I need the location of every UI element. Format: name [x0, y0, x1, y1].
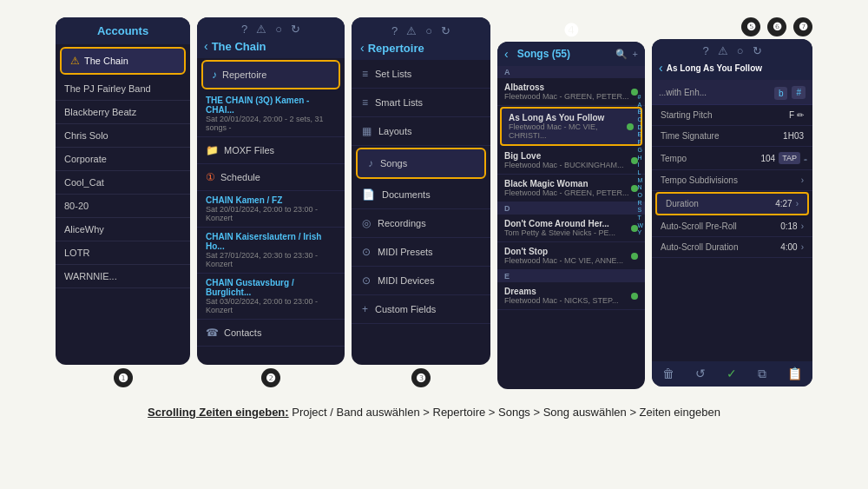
flat-btn[interactable]: b: [774, 84, 788, 100]
accounts-title: Accounts: [56, 17, 190, 44]
song-artist-5: Fleetwood Mac - MC VIE, ANNE...: [504, 256, 623, 265]
customfields-item[interactable]: + Custom Fields: [352, 295, 490, 324]
account-item-8[interactable]: LOTR: [56, 241, 190, 265]
song-dreams[interactable]: Dreams Fleetwood Mac - NICKS, STEP...: [497, 282, 645, 310]
starting-pitch-row: Starting Pitch F ✏: [652, 105, 812, 126]
account-item-7[interactable]: AliceWhy: [56, 218, 190, 241]
badge-1: ❶: [114, 368, 133, 387]
song-dot-5: [631, 253, 638, 260]
songs-header: ‹ Songs (55) 🔍 +: [497, 42, 645, 66]
add-icon[interactable]: +: [633, 49, 638, 59]
event2-title: CHAIN Kamen / FZ: [206, 195, 336, 205]
mididevices-icon: ⊙: [362, 274, 371, 287]
time-sig-row: Time Signature 1H03: [652, 126, 812, 147]
account-item-2[interactable]: Blackberry Beatz: [56, 101, 190, 124]
enharmonic-row: ...with Enh... b #: [652, 80, 812, 105]
account-item-5[interactable]: Cool_Cat: [56, 171, 190, 195]
setlists-label: Set Lists: [375, 69, 411, 79]
event4-title: CHAIN Gustavsburg / Burglicht...: [206, 278, 336, 297]
song-artist-0: Fleetwood Mac - GREEN, PETER...: [504, 92, 629, 101]
header-row-3: ‹ Repertoire: [360, 41, 482, 55]
song-dot-6: [631, 293, 638, 300]
screen2-header: ? ⚠ ○ ↻ ‹ The Chain: [197, 17, 345, 58]
detail-header-row: ‹ As Long As You Follow: [659, 61, 806, 75]
customfields-label: Custom Fields: [375, 304, 436, 314]
song-name-6: Dreams: [504, 287, 618, 296]
warn-icon: ⚠: [70, 55, 80, 67]
badge-6: ❻: [767, 17, 786, 36]
setlists-icon: ≡: [362, 68, 368, 80]
trash-icon[interactable]: 🗑: [662, 367, 674, 381]
hash-btn[interactable]: #: [792, 86, 806, 99]
tempo-sub-label: Tempo Subdivisions: [661, 175, 738, 185]
screen3-title: Repertoire: [368, 42, 424, 55]
screen-accounts: Accounts ⚠ The Chain The PJ Fairley Band…: [56, 17, 190, 365]
song-albatross[interactable]: Albatross Fleetwood Mac - GREEN, PETER..…: [497, 78, 645, 106]
event-1[interactable]: THE CHAIN (3Q) Kamen - CHAI... Sat 20/01…: [197, 91, 345, 137]
back-arrow-4[interactable]: ‹: [504, 47, 509, 61]
letter-index: # A B C D E F G H I L M N O R S T: [637, 94, 643, 236]
badge-4: ❹: [562, 21, 581, 40]
q-icon-3: ?: [391, 24, 398, 37]
back-arrow-2[interactable]: ‹: [204, 39, 208, 53]
screen4-badge-row: ❹: [562, 17, 581, 42]
repertoire-item[interactable]: ♪ Repertoire: [201, 60, 340, 89]
songs-count: Songs (55): [517, 48, 570, 60]
autoscroll-dur-chevron-icon: ›: [801, 242, 804, 252]
midipresets-item[interactable]: ⊙ MIDI Presets: [352, 238, 490, 267]
undo-icon[interactable]: ↺: [695, 367, 706, 381]
event-4[interactable]: CHAIN Gustavsburg / Burglicht... Sat 03/…: [197, 274, 345, 320]
starting-pitch-label: Starting Pitch: [661, 110, 712, 120]
schedule-item[interactable]: ① Schedule: [197, 164, 345, 191]
contacts-item[interactable]: ☎ Contacts: [197, 320, 345, 347]
song-artist-6: Fleetwood Mac - NICKS, STEP...: [504, 296, 618, 305]
song-biglove[interactable]: Big Love Fleetwood Mac - BUCKINGHAM...: [497, 147, 645, 175]
setlists-item[interactable]: ≡ Set Lists: [352, 60, 490, 89]
autoscroll-dur-row[interactable]: Auto-Scroll Duration 4:00 ›: [652, 237, 812, 258]
documents-label: Documents: [382, 189, 431, 200]
copy-icon[interactable]: ⧉: [758, 367, 766, 381]
recordings-label: Recordings: [378, 218, 426, 228]
account-item-9[interactable]: WARNNIE...: [56, 265, 190, 288]
song-artist-1: Fleetwood Mac - MC VIE, CHRISTI...: [509, 122, 627, 140]
smartlists-item[interactable]: ≡ Smart Lists: [352, 89, 490, 117]
moxf-item[interactable]: 📁 MOXF Files: [197, 137, 345, 164]
song-blackmagic[interactable]: Black Magic Woman Fleetwood Mac - GREEN,…: [497, 175, 645, 202]
recordings-item[interactable]: ◎ Recordings: [352, 209, 490, 238]
autoscroll-row[interactable]: Auto-Scroll Pre-Roll 0:18 ›: [652, 216, 812, 237]
tap-button[interactable]: TAP: [779, 152, 800, 164]
refresh-icon-3: ↻: [441, 24, 450, 37]
warn-icon-5: ⚠: [718, 44, 728, 57]
duration-row[interactable]: Duration 4:27 ›: [655, 192, 809, 215]
account-item-chain[interactable]: ⚠ The Chain: [60, 47, 186, 75]
mididevices-label: MIDI Devices: [378, 275, 434, 286]
song-dontstop[interactable]: Don't Stop Fleetwood Mac - MC VIE, ANNE.…: [497, 242, 645, 270]
tempo-controls: 104 TAP 𝅝: [760, 152, 804, 164]
tempo-sub-row[interactable]: Tempo Subdivisions ›: [652, 170, 812, 191]
screen5-wrapper: ❺ ❻ ❼ ? ⚠ ○ ↻ ‹ As Long As You Follow: [652, 17, 812, 387]
event-2[interactable]: CHAIN Kamen / FZ Sat 20/01/2024, 20:00 t…: [197, 191, 345, 228]
event-3[interactable]: CHAIN Kaiserslautern / Irish Ho... Sat 2…: [197, 228, 345, 274]
documents-item[interactable]: 📄 Documents: [352, 181, 490, 209]
back-arrow-3[interactable]: ‹: [360, 41, 365, 55]
screen-chain: ? ⚠ ○ ↻ ‹ The Chain ♪ Repertoire THE CHA…: [197, 17, 345, 365]
songs-item[interactable]: ♪ Songs: [356, 148, 486, 179]
song-aslong[interactable]: As Long As You Follow Fleetwood Mac - MC…: [500, 107, 642, 146]
mididevices-item[interactable]: ⊙ MIDI Devices: [352, 267, 490, 295]
badge-3: ❸: [411, 368, 431, 387]
schedule-label: Schedule: [220, 172, 260, 182]
time-sig-label: Time Signature: [661, 131, 719, 141]
layouts-item[interactable]: ▦ Layouts: [352, 117, 490, 146]
song-dontcome[interactable]: Don't Come Around Her... Tom Petty & Ste…: [497, 215, 645, 242]
account-item-6[interactable]: 80-20: [56, 195, 190, 218]
duration-value-group: 4:27 ›: [775, 199, 799, 208]
songs-label: Songs: [380, 158, 407, 169]
paste-icon[interactable]: 📋: [787, 367, 802, 381]
account-item-3[interactable]: Chris Solo: [56, 124, 190, 148]
account-item-4[interactable]: Corporate: [56, 148, 190, 171]
screens-row: Accounts ⚠ The Chain The PJ Fairley Band…: [17, 17, 851, 389]
back-arrow-5[interactable]: ‹: [659, 61, 663, 75]
search-icon[interactable]: 🔍: [615, 49, 628, 60]
check-icon[interactable]: ✓: [727, 367, 737, 381]
account-item-1[interactable]: The PJ Fairley Band: [56, 77, 190, 101]
